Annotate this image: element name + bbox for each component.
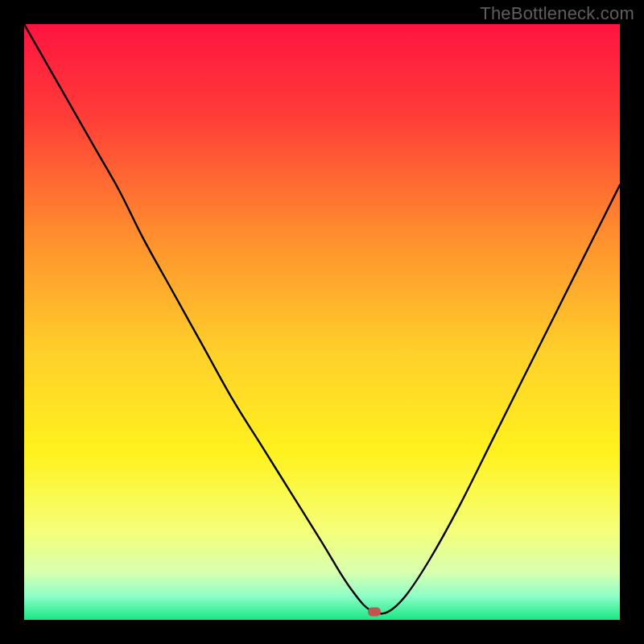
chart-frame: TheBottleneck.com <box>0 0 644 644</box>
plot-area <box>24 24 620 620</box>
watermark-label: TheBottleneck.com <box>480 3 634 24</box>
chart-svg <box>24 24 620 620</box>
selected-point-marker <box>368 608 381 617</box>
gradient-background <box>24 24 620 620</box>
